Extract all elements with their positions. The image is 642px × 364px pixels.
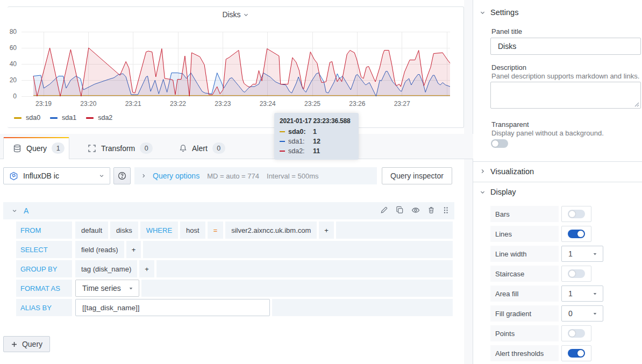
description-help: Panel description supports markdown and …: [491, 72, 639, 80]
divider: [473, 182, 642, 182]
add-query-label: Query: [22, 340, 42, 348]
tab-transform[interactable]: Transform 0: [88, 137, 153, 159]
panel-header[interactable]: Disks: [8, 10, 463, 19]
legend-color-dash: [86, 117, 94, 119]
lines-toggle[interactable]: [568, 230, 585, 238]
query-row-filler: [336, 222, 453, 239]
query-part[interactable]: field (reads): [75, 241, 124, 258]
section-display[interactable]: Display: [490, 188, 516, 196]
tab-alert[interactable]: Alert 0: [179, 137, 225, 159]
area-fill-select[interactable]: 1: [561, 286, 603, 302]
add-part-button[interactable]: +: [126, 241, 141, 258]
svg-text:23:20: 23:20: [80, 100, 96, 108]
query-part[interactable]: WHERE: [140, 222, 178, 239]
tooltip-series-name: sda1:: [288, 138, 313, 145]
tab-query[interactable]: Query 1: [13, 137, 65, 159]
query-part[interactable]: disks: [110, 222, 138, 239]
points-toggle[interactable]: [568, 329, 585, 338]
edit-icon[interactable]: [380, 206, 388, 216]
bars-toggle[interactable]: [568, 210, 585, 218]
add-part-button[interactable]: +: [139, 260, 154, 277]
caret-down-icon: [593, 249, 597, 258]
query-options-bar[interactable]: Query options MD = auto = 774 Interval =…: [134, 167, 377, 184]
legend-item-sda2[interactable]: sda2: [86, 114, 112, 122]
tooltip-timestamp: 2021-01-17 23:23:36.588: [280, 117, 353, 125]
query-options-toggle[interactable]: Query options: [153, 172, 199, 180]
staircase-toggle[interactable]: [568, 269, 585, 278]
legend-series-name[interactable]: sda2: [98, 114, 112, 122]
tooltip-series-value: 12: [313, 138, 320, 145]
time-series-chart[interactable]: 02040608023:1923:2023:2123:2223:2323:242…: [8, 7, 463, 127]
query-keyword-label: GROUP BY: [16, 260, 72, 277]
display-row-line-width: Line width1: [490, 246, 642, 262]
query-part[interactable]: default: [75, 222, 108, 239]
legend-series-name[interactable]: sda0: [26, 114, 40, 122]
tab-transform-label: Transform: [101, 144, 135, 153]
query-keyword-label: SELECT: [16, 241, 72, 258]
svg-text:23:24: 23:24: [260, 100, 276, 108]
query-row-alias-by: ALIAS BY: [16, 299, 453, 316]
tooltip-series-row: sda0:1: [280, 128, 353, 135]
query-part[interactable]: host: [180, 222, 205, 239]
chevron-right-icon: [141, 173, 146, 179]
section-visualization[interactable]: Visualization: [490, 167, 534, 176]
query-inspector-button[interactable]: Query inspector: [382, 167, 452, 184]
legend-item-sda1[interactable]: sda1: [50, 114, 76, 122]
display-option-label: Staircase: [490, 266, 559, 282]
legend-series-name[interactable]: sda1: [62, 114, 76, 122]
svg-text:60: 60: [10, 44, 17, 52]
drag-handle-icon[interactable]: [443, 206, 449, 216]
tab-query-count: 1: [52, 142, 65, 154]
datasource-help-button[interactable]: [113, 167, 131, 184]
alias-by-input[interactable]: [75, 299, 270, 316]
resize-grip-icon[interactable]: [634, 102, 639, 107]
tooltip-series-row: sda2:11: [280, 147, 353, 155]
svg-text:23:27: 23:27: [394, 100, 410, 108]
chevron-down-icon: [12, 208, 17, 213]
transparent-toggle[interactable]: [491, 139, 508, 148]
tooltip-color-dash: [280, 131, 285, 132]
alert-thresholds-toggle-box: [561, 345, 591, 361]
trash-icon[interactable]: [427, 206, 435, 216]
splitter-gutter[interactable]: [464, 0, 473, 364]
chevron-down-icon: [480, 189, 486, 195]
fill-gradient-select[interactable]: 0: [561, 305, 603, 322]
legend-item-sda0[interactable]: sda0: [14, 114, 40, 122]
query-row-filler: [272, 299, 453, 316]
query-part[interactable]: silver2.aixncc.uk.ibm.com: [225, 222, 317, 239]
query-part[interactable]: =: [208, 222, 224, 239]
copy-icon[interactable]: [396, 206, 404, 216]
chevron-down-icon: [480, 10, 486, 16]
eye-icon[interactable]: [411, 206, 420, 216]
tooltip-series-name: sda2:: [288, 147, 313, 155]
panel-title-input[interactable]: [490, 38, 641, 55]
format-select[interactable]: Time series: [75, 280, 139, 297]
query-part[interactable]: tag (disk_name): [75, 260, 137, 277]
panel-title: Disks: [222, 10, 240, 19]
svg-text:0: 0: [13, 92, 17, 100]
line-width-select[interactable]: 1: [561, 246, 603, 262]
description-textarea[interactable]: [490, 82, 641, 109]
svg-text:23:25: 23:25: [304, 100, 320, 108]
area-fill-select-value: 1: [568, 289, 573, 298]
query-row-group-by: GROUP BYtag (disk_name)+: [16, 260, 453, 277]
transform-icon: [88, 144, 96, 153]
display-option-label: Area fill: [490, 286, 559, 302]
section-settings[interactable]: Settings: [490, 8, 518, 17]
query-row-header[interactable]: A: [3, 202, 454, 219]
add-part-button[interactable]: +: [319, 222, 334, 239]
influxdb-icon: [9, 172, 18, 181]
query-keyword-label: FROM: [16, 222, 72, 239]
display-option-label: Alert thresholds: [490, 345, 559, 361]
format-select-value: Time series: [82, 284, 121, 292]
query-options-interval: Interval = 500ms: [267, 172, 318, 180]
settings-title: Settings: [490, 8, 518, 17]
tab-bar: Query 1 Transform 0 Alert 0: [0, 134, 473, 159]
alert-thresholds-toggle[interactable]: [568, 349, 585, 358]
description-label: Description: [491, 63, 526, 72]
display-row-fill-gradient: Fill gradient0: [490, 305, 642, 322]
divider: [473, 161, 642, 162]
add-query-button[interactable]: Query: [3, 336, 50, 352]
datasource-picker[interactable]: InfluxDB ic: [3, 167, 110, 184]
query-row-select: SELECTfield (reads)+: [16, 241, 453, 258]
